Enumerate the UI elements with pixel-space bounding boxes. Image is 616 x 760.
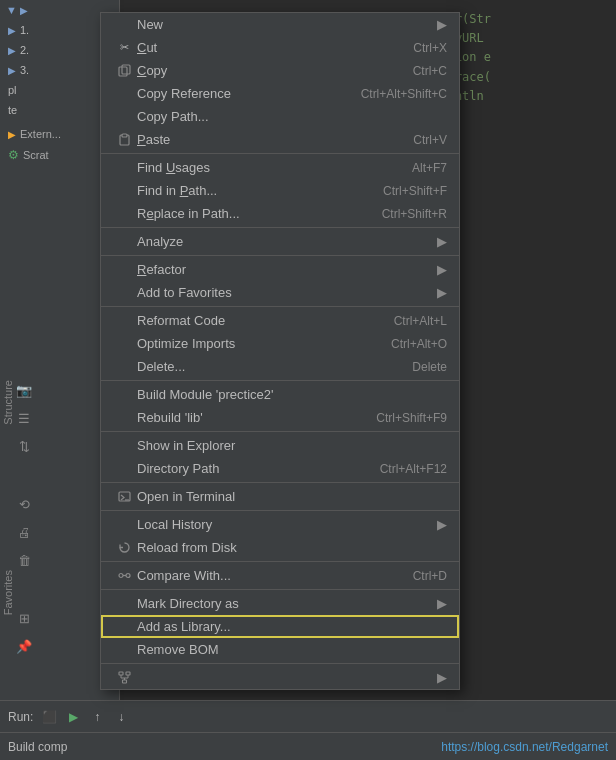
menu-item-delete[interactable]: Delete... Delete: [101, 355, 459, 378]
menu-item-copy[interactable]: Copy Ctrl+C: [101, 59, 459, 82]
down-button[interactable]: ↓: [113, 709, 129, 725]
diagrams-arrow-icon: ▶: [437, 670, 447, 685]
separator-1: [101, 153, 459, 154]
menu-item-reload[interactable]: Reload from Disk: [101, 536, 459, 559]
menu-item-paste[interactable]: Paste Ctrl+V: [101, 128, 459, 151]
run-bar: Run: ⬛ ▶ ↑ ↓: [0, 700, 616, 732]
menu-item-remove-bom[interactable]: Remove BOM: [101, 638, 459, 661]
camera-icon[interactable]: 📷: [14, 380, 34, 400]
menu-item-diagrams[interactable]: ▶: [101, 666, 459, 689]
separator-11: [101, 663, 459, 664]
list-icon[interactable]: ☰: [14, 408, 34, 428]
svg-rect-9: [119, 672, 123, 675]
mark-dir-arrow-icon: ▶: [437, 596, 447, 611]
separator-2: [101, 227, 459, 228]
menu-item-new[interactable]: New ▶: [101, 13, 459, 36]
arrow-icon: ▶: [437, 17, 447, 32]
separator-9: [101, 561, 459, 562]
reload-icon: [117, 541, 131, 555]
structure-panel-label: Structure: [2, 380, 14, 425]
separator-5: [101, 380, 459, 381]
svg-rect-10: [126, 672, 130, 675]
remove-bom-icon: [117, 643, 131, 657]
up-button[interactable]: ↑: [89, 709, 105, 725]
copy-path-icon: [117, 110, 131, 124]
separator-4: [101, 306, 459, 307]
compare-icon: [117, 569, 131, 583]
copy-icon: [117, 64, 131, 78]
separator-10: [101, 589, 459, 590]
refactor-arrow-icon: ▶: [437, 262, 447, 277]
menu-item-reformat[interactable]: Reformat Code Ctrl+Alt+L: [101, 309, 459, 332]
separator-7: [101, 482, 459, 483]
svg-point-7: [126, 574, 130, 578]
favorites-icon: [117, 286, 131, 300]
menu-item-analyze[interactable]: Analyze ▶: [101, 230, 459, 253]
menu-item-local-history[interactable]: Local History ▶: [101, 513, 459, 536]
find-path-icon: [117, 184, 131, 198]
url-display: https://blog.csdn.net/Redgarnet: [441, 740, 608, 754]
menu-item-refactor[interactable]: Refactor ▶: [101, 258, 459, 281]
print-icon[interactable]: 🖨: [14, 522, 34, 542]
separator-8: [101, 510, 459, 511]
cut-icon: ✂: [117, 41, 131, 55]
terminal-icon: [117, 490, 131, 504]
new-icon: [117, 18, 131, 32]
delete-icon: [117, 360, 131, 374]
dir-path-icon: [117, 462, 131, 476]
svg-rect-1: [122, 65, 130, 74]
refactor-icon: [117, 263, 131, 277]
analyze-icon: [117, 235, 131, 249]
menu-item-build-module[interactable]: Build Module 'prectice2': [101, 383, 459, 406]
menu-item-find-usages[interactable]: Find Usages Alt+F7: [101, 156, 459, 179]
stop-button[interactable]: ⬛: [41, 709, 57, 725]
menu-item-optimize[interactable]: Optimize Imports Ctrl+Alt+O: [101, 332, 459, 355]
menu-item-compare[interactable]: Compare With... Ctrl+D: [101, 564, 459, 587]
menu-item-add-library[interactable]: Add as Library...: [101, 615, 459, 638]
show-explorer-icon: [117, 439, 131, 453]
menu-item-dir-path[interactable]: Directory Path Ctrl+Alt+F12: [101, 457, 459, 480]
build-icon: [117, 388, 131, 402]
optimize-icon: [117, 337, 131, 351]
menu-item-replace-path[interactable]: Replace in Path... Ctrl+Shift+R: [101, 202, 459, 225]
sort-icon[interactable]: ⇅: [14, 436, 34, 456]
svg-rect-0: [119, 67, 127, 76]
menu-item-terminal[interactable]: Open in Terminal: [101, 485, 459, 508]
separator-3: [101, 255, 459, 256]
rebuild-icon: [117, 411, 131, 425]
history-icon[interactable]: ⟲: [14, 494, 34, 514]
local-history-icon: [117, 518, 131, 532]
pin-icon[interactable]: 📌: [14, 636, 34, 656]
add-library-icon: [117, 620, 131, 634]
run-label: Run:: [8, 710, 33, 724]
separator-6: [101, 431, 459, 432]
replace-icon: [117, 207, 131, 221]
favorites-arrow-icon: ▶: [437, 285, 447, 300]
menu-item-cut[interactable]: ✂ Cut Ctrl+X: [101, 36, 459, 59]
history-arrow-icon: ▶: [437, 517, 447, 532]
reformat-icon: [117, 314, 131, 328]
svg-point-6: [119, 574, 123, 578]
build-status: Build comp: [8, 740, 67, 754]
status-bar: Build comp https://blog.csdn.net/Redgarn…: [0, 732, 616, 760]
play-button[interactable]: ▶: [65, 709, 81, 725]
copy-ref-icon: [117, 87, 131, 101]
svg-rect-11: [122, 680, 126, 683]
menu-item-mark-directory[interactable]: Mark Directory as ▶: [101, 592, 459, 615]
mark-directory-icon: [117, 597, 131, 611]
left-icon-bar: 📷 ☰ ⇅ ⟲ 🖨 🗑 ⊞ 📌: [14, 380, 34, 656]
favorites-panel-label: Favorites: [2, 570, 14, 615]
svg-rect-3: [122, 134, 127, 137]
menu-item-rebuild[interactable]: Rebuild 'lib' Ctrl+Shift+F9: [101, 406, 459, 429]
paste-icon: [117, 133, 131, 147]
find-usages-icon: [117, 161, 131, 175]
grid-icon[interactable]: ⊞: [14, 608, 34, 628]
menu-item-show-explorer[interactable]: Show in Explorer: [101, 434, 459, 457]
trash-icon[interactable]: 🗑: [14, 550, 34, 570]
diagrams-icon: [117, 671, 131, 685]
menu-item-favorites[interactable]: Add to Favorites ▶: [101, 281, 459, 304]
menu-item-copy-path[interactable]: Copy Path...: [101, 105, 459, 128]
analyze-arrow-icon: ▶: [437, 234, 447, 249]
menu-item-find-path[interactable]: Find in Path... Ctrl+Shift+F: [101, 179, 459, 202]
menu-item-copy-reference[interactable]: Copy Reference Ctrl+Alt+Shift+C: [101, 82, 459, 105]
